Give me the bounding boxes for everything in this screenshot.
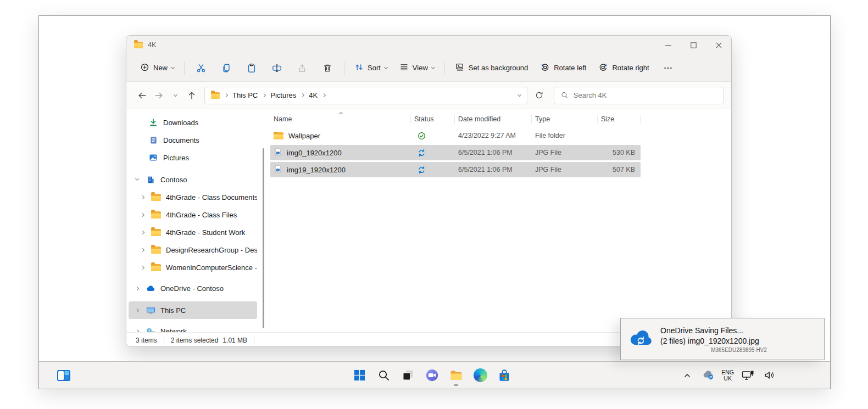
recent-locations-button[interactable]: [167, 87, 183, 104]
refresh-button[interactable]: [531, 87, 547, 104]
file-type: JPG File: [532, 166, 598, 173]
breadcrumb-pictures[interactable]: Pictures: [270, 91, 296, 99]
delete-button[interactable]: [315, 58, 340, 78]
view-label: View: [413, 64, 428, 72]
sort-button[interactable]: Sort: [348, 58, 393, 78]
column-headers: Name Status Date modified Type Size: [270, 110, 731, 128]
sidebar-item-label: This PC: [160, 306, 186, 315]
rotate-left-button[interactable]: Rotate left: [534, 58, 592, 78]
chevron-right-icon: [301, 93, 304, 97]
up-button[interactable]: [183, 87, 200, 104]
sidebar-item-documents[interactable]: Documents: [129, 131, 257, 149]
close-button[interactable]: [706, 36, 731, 54]
chevron-down-icon: [384, 65, 388, 69]
sidebar-item-designresearchgroup[interactable]: DesignResearchGroup - Design Re: [129, 241, 257, 259]
sidebar-item-contoso[interactable]: Contoso: [129, 171, 257, 188]
sidebar-item-pictures[interactable]: Pictures: [129, 149, 257, 166]
onedrive-icon: [146, 285, 155, 292]
rename-icon: [272, 63, 282, 73]
sidebar-item-network[interactable]: Network: [129, 322, 257, 332]
column-header-status[interactable]: Status: [411, 115, 455, 123]
sidebar-item-label: Downloads: [163, 119, 198, 127]
paste-button[interactable]: [239, 58, 264, 78]
search-input[interactable]: [574, 91, 716, 99]
image-file-icon: [274, 165, 282, 175]
show-hidden-icons-button[interactable]: [680, 365, 695, 386]
copy-button[interactable]: [214, 58, 239, 78]
address-dropdown-icon[interactable]: [518, 92, 521, 96]
chevron-right-icon[interactable]: [133, 330, 141, 333]
column-header-type[interactable]: Type: [532, 115, 598, 123]
file-row-wallpaper[interactable]: Wallpaper 4/23/2022 9:27 AM File folder: [270, 128, 641, 143]
set-as-background-button[interactable]: Set as background: [449, 58, 534, 78]
search-box[interactable]: [554, 87, 724, 104]
taskbar: ENG UK: [39, 361, 830, 389]
set-as-background-label: Set as background: [469, 64, 528, 72]
rename-button[interactable]: [264, 58, 290, 78]
selection-size: 1.01 MB: [222, 337, 247, 344]
sidebar-item-4thgrade-student-work[interactable]: 4thGrade - Student Work: [129, 223, 257, 241]
edge-button[interactable]: [469, 365, 491, 386]
microsoft-store-button[interactable]: [493, 365, 515, 386]
language-indicator[interactable]: ENG UK: [721, 369, 734, 382]
scissors-icon: [196, 63, 206, 73]
teams-chat-button[interactable]: [421, 365, 443, 386]
rotate-right-icon: [598, 62, 608, 74]
microsoft-store-icon: [498, 369, 511, 382]
chevron-right-icon[interactable]: [133, 287, 141, 290]
desktop-screen: 4K New: [38, 15, 831, 389]
chevron-down-icon[interactable]: [133, 179, 141, 180]
chevron-right-icon: [224, 93, 228, 97]
network-tray-button[interactable]: [739, 365, 756, 386]
column-header-date-modified[interactable]: Date modified: [455, 115, 532, 123]
column-header-name[interactable]: Name: [270, 115, 411, 123]
chevron-right-icon[interactable]: [138, 214, 146, 216]
new-button[interactable]: New: [134, 58, 180, 78]
forward-button[interactable]: [151, 87, 167, 104]
file-explorer-button[interactable]: [445, 365, 467, 386]
cut-button[interactable]: [188, 58, 214, 78]
view-button[interactable]: View: [393, 58, 441, 78]
rotate-right-button[interactable]: Rotate right: [592, 58, 655, 78]
chevron-right-icon[interactable]: [138, 266, 146, 269]
onedrive-toast[interactable]: OneDrive Saving Files... (2 files) img0_…: [620, 318, 825, 360]
sort-arrows-icon: [354, 63, 364, 74]
column-header-size[interactable]: Size: [598, 115, 641, 123]
teams-chat-icon: [425, 368, 439, 382]
volume-tray-button[interactable]: [761, 365, 778, 386]
folder-icon: [151, 246, 161, 254]
start-button[interactable]: [348, 365, 370, 386]
minimize-button[interactable]: [655, 36, 681, 54]
folder-icon: [151, 194, 161, 201]
share-button[interactable]: [290, 58, 315, 78]
sidebar-item-womenincomputerscience[interactable]: WomeninComputerScience - Man: [129, 259, 257, 276]
search-icon: [377, 369, 390, 382]
onedrive-tray-button[interactable]: [700, 365, 716, 386]
chevron-right-icon[interactable]: [138, 196, 146, 199]
sidebar-item-downloads[interactable]: Downloads: [129, 114, 257, 131]
sidebar-item-4thgrade-class-documents[interactable]: 4thGrade - Class Documents: [129, 188, 257, 206]
sidebar-item-this-pc[interactable]: This PC: [129, 301, 257, 319]
see-more-button[interactable]: [655, 58, 681, 78]
region-code: UK: [721, 376, 734, 382]
chevron-right-icon[interactable]: [138, 249, 146, 251]
task-view-button[interactable]: [397, 365, 419, 386]
this-pc-icon: [146, 306, 155, 315]
search-button[interactable]: [372, 365, 394, 386]
file-row-img0[interactable]: img0_1920x1200 6/5/2021 1:06 PM JPG File…: [270, 145, 641, 160]
maximize-button[interactable]: [681, 36, 706, 54]
sidebar-item-onedrive-contoso[interactable]: OneDrive - Contoso: [129, 279, 257, 297]
folder-icon: [151, 229, 161, 236]
sidebar-item-4thgrade-class-files[interactable]: 4thGrade - Class Files: [129, 206, 257, 223]
sidebar-item-label: 4thGrade - Class Files: [166, 211, 237, 219]
plus-circle-icon: [140, 63, 149, 74]
chevron-right-icon[interactable]: [138, 231, 146, 234]
back-button[interactable]: [134, 87, 151, 104]
sidebar-item-label: 4thGrade - Class Documents: [166, 193, 257, 201]
breadcrumb-4k[interactable]: 4K: [309, 91, 318, 99]
breadcrumb-this-pc[interactable]: This PC: [232, 91, 258, 99]
sidebar-item-label: DesignResearchGroup - Design Re: [166, 246, 257, 254]
chevron-right-icon[interactable]: [133, 309, 141, 312]
breadcrumb[interactable]: This PC Pictures 4K: [204, 87, 527, 104]
file-row-img19[interactable]: img19_1920x1200 6/5/2021 1:06 PM JPG Fil…: [270, 162, 641, 177]
